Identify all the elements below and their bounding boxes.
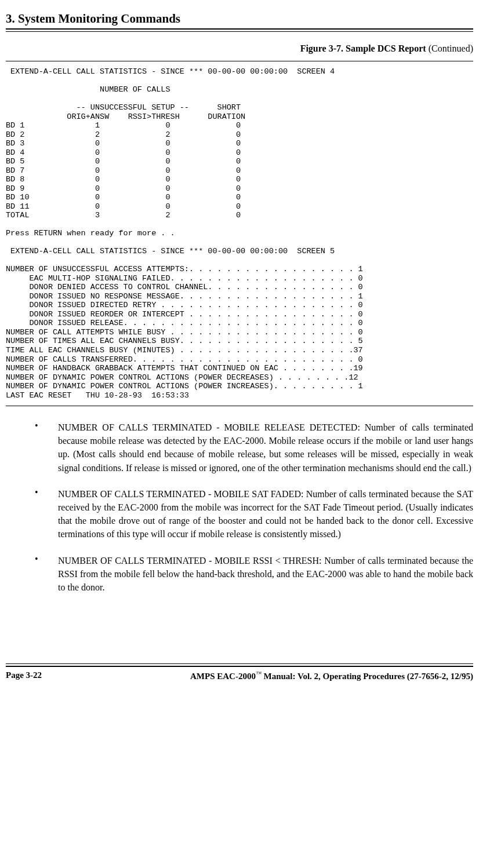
list-item: • NUMBER OF CALLS TERMINATED - MOBILE RS…: [35, 554, 473, 595]
manual-title: AMPS EAC-2000™ Manual: Vol. 2, Operating…: [190, 670, 473, 681]
bullet-text: NUMBER OF CALLS TERMINATED - MOBILE SAT …: [58, 487, 473, 541]
figure-label: Figure 3-7. Sample DCS Report: [300, 43, 426, 53]
bullet-icon: •: [35, 554, 58, 595]
list-item: • NUMBER OF CALLS TERMINATED - MOBILE SA…: [35, 487, 473, 541]
manual-suffix: Manual: Vol. 2, Operating Procedures (27…: [262, 672, 473, 681]
figure-bottom-rule: [6, 406, 473, 406]
section-rule: [6, 28, 473, 32]
figure-suffix: (Continued): [426, 43, 473, 53]
figure-top-rule: [6, 61, 473, 61]
page-footer: Page 3-22 AMPS EAC-2000™ Manual: Vol. 2,…: [6, 670, 473, 681]
page-number: Page 3-22: [6, 670, 42, 681]
footer-rule: [6, 663, 473, 667]
figure-caption: Figure 3-7. Sample DCS Report (Continued…: [6, 43, 473, 54]
bullet-text: NUMBER OF CALLS TERMINATED - MOBILE RELE…: [58, 421, 473, 475]
bullet-icon: •: [35, 421, 58, 475]
manual-prefix: AMPS EAC-2000: [190, 672, 256, 681]
bullet-list: • NUMBER OF CALLS TERMINATED - MOBILE RE…: [35, 421, 473, 594]
trademark-icon: ™: [256, 670, 262, 677]
list-item: • NUMBER OF CALLS TERMINATED - MOBILE RE…: [35, 421, 473, 475]
bullet-icon: •: [35, 487, 58, 541]
dcs-report-text: EXTEND-A-CELL CALL STATISTICS - SINCE **…: [6, 67, 473, 400]
bullet-text: NUMBER OF CALLS TERMINATED - MOBILE RSSI…: [58, 554, 473, 595]
chapter-title: 3. System Monitoring Commands: [6, 12, 473, 26]
